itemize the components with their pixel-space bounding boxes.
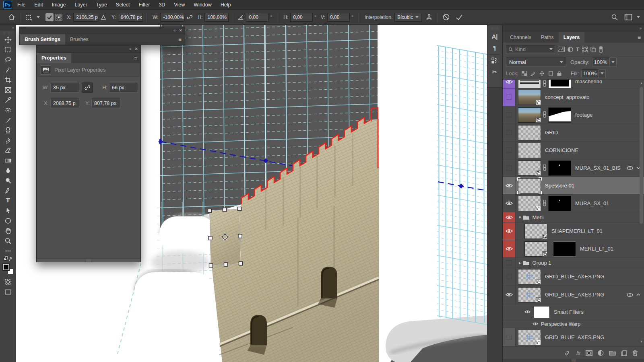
rectangular-marquee-tool[interactable] bbox=[2, 45, 14, 55]
filter-name[interactable]: Perspective Warp bbox=[541, 321, 580, 327]
filter-shape-layers-icon[interactable] bbox=[582, 47, 588, 52]
layers-menu-icon[interactable]: ≡ bbox=[638, 35, 641, 41]
expand-dock-icon[interactable]: » bbox=[639, 26, 642, 31]
history-brush-tool[interactable] bbox=[2, 135, 14, 145]
vskew-input[interactable]: 0,00 bbox=[327, 13, 350, 22]
spot-healing-tool[interactable] bbox=[2, 105, 14, 115]
layer-effects-icon[interactable]: fx bbox=[576, 350, 580, 356]
link-dimensions-icon[interactable] bbox=[184, 12, 195, 23]
tab-layers[interactable]: Layers bbox=[559, 32, 584, 43]
visibility-toggle[interactable] bbox=[503, 124, 516, 141]
scroll-down-icon[interactable]: ▼ bbox=[640, 340, 643, 343]
layer-row[interactable]: MERLI_LT_01 bbox=[503, 240, 644, 258]
layer-row[interactable]: GRID_BLUE_AXES.PNG bbox=[503, 286, 644, 304]
layer-name[interactable]: GRID bbox=[545, 130, 558, 136]
visibility-toggle[interactable] bbox=[503, 142, 516, 159]
menu-filter[interactable]: Filter bbox=[135, 0, 154, 9]
ellipse-tool[interactable] bbox=[2, 216, 14, 226]
visibility-toggle[interactable] bbox=[503, 195, 516, 212]
layer-mask-thumbnail[interactable] bbox=[548, 107, 571, 123]
layer-mask-thumbnail[interactable] bbox=[548, 160, 571, 176]
menu-edit[interactable]: Edit bbox=[31, 0, 47, 9]
layer-thumbnail[interactable] bbox=[518, 90, 541, 105]
dock-drag-handle[interactable]: |||||| bbox=[491, 26, 498, 30]
group-expand-icon[interactable]: ▾ bbox=[519, 215, 521, 220]
quick-mask-icon[interactable] bbox=[2, 277, 14, 287]
screen-mode-icon[interactable] bbox=[2, 287, 14, 297]
layer-thumbnail[interactable] bbox=[518, 143, 541, 158]
layer-thumbnail[interactable] bbox=[518, 196, 541, 211]
lock-all-icon[interactable] bbox=[557, 71, 561, 76]
filter-pixel-layers-icon[interactable] bbox=[558, 47, 565, 52]
menu-view[interactable]: View bbox=[170, 0, 188, 9]
relative-position-icon[interactable] bbox=[98, 12, 109, 23]
move-tool[interactable] bbox=[2, 35, 14, 45]
layer-thumbnail[interactable] bbox=[518, 178, 541, 193]
path-selection-tool[interactable] bbox=[2, 206, 14, 216]
dodge-tool[interactable] bbox=[2, 175, 14, 185]
prop-x-input[interactable]: 2088,75 p bbox=[50, 99, 79, 108]
tools-drag-handle[interactable]: |||||||| bbox=[3, 31, 13, 35]
lock-artboard-icon[interactable] bbox=[548, 71, 553, 76]
new-layer-icon[interactable] bbox=[621, 350, 627, 356]
foreground-color-swatch[interactable] bbox=[3, 264, 9, 270]
brush-tool[interactable] bbox=[2, 115, 14, 125]
lock-transparency-icon[interactable] bbox=[522, 71, 527, 76]
menu-layer[interactable]: Layer bbox=[71, 0, 91, 9]
type-tool[interactable]: T bbox=[2, 195, 14, 206]
search-icon[interactable] bbox=[609, 12, 620, 23]
layer-name[interactable]: GRID_BLUE_AXES.PNG bbox=[545, 292, 604, 298]
panel-menu-icon[interactable]: ≡ bbox=[134, 55, 137, 61]
filter-toggle-pill[interactable] bbox=[599, 46, 603, 53]
layer-row[interactable]: GRID bbox=[503, 124, 644, 142]
delete-layer-icon[interactable] bbox=[632, 350, 638, 356]
layer-row[interactable]: GRID_BLUE_AXES.PNG bbox=[503, 268, 644, 286]
layer-name[interactable]: Spessore 01 bbox=[545, 183, 574, 189]
layer-name[interactable]: SHAPEMERLI_LT_01 bbox=[551, 228, 603, 234]
menu-file[interactable]: File bbox=[14, 0, 29, 9]
eraser-tool[interactable] bbox=[2, 145, 14, 155]
layer-mask-thumbnail[interactable] bbox=[553, 241, 576, 257]
hand-tool[interactable] bbox=[2, 226, 14, 236]
visibility-toggle[interactable] bbox=[503, 258, 516, 267]
crop-tool[interactable] bbox=[2, 75, 14, 85]
transform-tool-icon[interactable] bbox=[24, 12, 34, 23]
visibility-toggle[interactable] bbox=[503, 240, 516, 257]
opacity-input[interactable]: 100% bbox=[592, 58, 610, 66]
link-wh-icon[interactable] bbox=[82, 82, 93, 93]
visibility-toggle[interactable] bbox=[503, 328, 516, 346]
visibility-toggle[interactable] bbox=[503, 88, 516, 106]
commit-transform-icon[interactable] bbox=[454, 12, 464, 23]
lock-position-icon[interactable] bbox=[539, 71, 545, 76]
frame-tool[interactable] bbox=[2, 85, 14, 95]
layer-thumbnail[interactable] bbox=[518, 160, 541, 176]
panel-menu-icon[interactable]: ≡ bbox=[178, 37, 182, 43]
tab-channels[interactable]: Channels bbox=[505, 32, 536, 43]
x-input[interactable]: 2106,25 p bbox=[73, 13, 98, 22]
exchange-colors-icon[interactable] bbox=[2, 256, 14, 262]
visibility-toggle[interactable] bbox=[503, 106, 516, 123]
interpolation-select[interactable]: Bicubic bbox=[394, 13, 421, 22]
layer-thumbnail[interactable] bbox=[518, 269, 541, 284]
hskew-input[interactable]: 0,00 bbox=[290, 13, 313, 22]
eyedropper-tool[interactable] bbox=[2, 95, 14, 105]
tab-paths[interactable]: Paths bbox=[536, 32, 559, 43]
toggle-reference-point-checkbox[interactable] bbox=[45, 13, 54, 21]
filter-mask-thumbnail[interactable] bbox=[534, 306, 550, 318]
layer-thumbnail[interactable] bbox=[518, 125, 541, 140]
collapse-panel-icon[interactable]: « bbox=[173, 28, 176, 33]
visibility-toggle[interactable] bbox=[503, 286, 516, 304]
blur-tool[interactable] bbox=[2, 165, 14, 175]
visibility-toggle[interactable] bbox=[503, 268, 516, 285]
tab-brushes[interactable]: Brushes bbox=[65, 34, 93, 45]
group-row[interactable]: ▸ Group 1 bbox=[503, 258, 644, 268]
collapse-panel-icon[interactable]: « bbox=[129, 47, 132, 51]
layer-thumbnail[interactable] bbox=[518, 107, 541, 123]
glyphs-panel-icon[interactable] bbox=[491, 55, 498, 66]
layer-name[interactable]: footage bbox=[575, 112, 592, 118]
layer-row[interactable]: SHAPEMERLI_LT_01 bbox=[503, 222, 644, 240]
layer-row-selected[interactable]: Spessore 01 bbox=[503, 177, 644, 195]
visibility-toggle[interactable] bbox=[503, 177, 516, 194]
layer-name[interactable]: GRID_BLUE_AXES.PNG bbox=[545, 334, 604, 340]
transform-tool-chevron-icon[interactable] bbox=[37, 16, 40, 18]
